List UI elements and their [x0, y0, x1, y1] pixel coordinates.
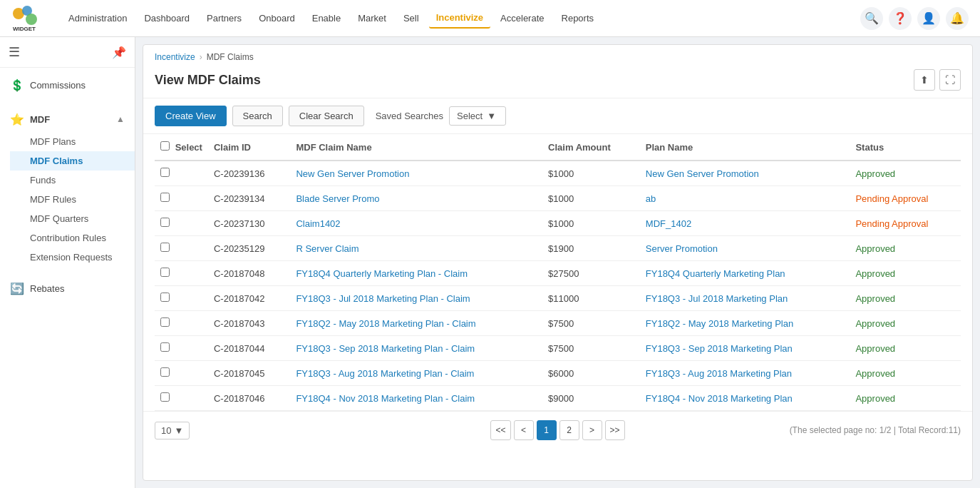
claim-name-link-5[interactable]: FY18Q3 - Jul 2018 Marketing Plan - Claim [296, 293, 470, 304]
row-claim-name-5: FY18Q3 - Jul 2018 Marketing Plan - Claim [290, 286, 542, 311]
breadcrumb-parent[interactable]: Incentivize [155, 52, 195, 62]
nav-administration[interactable]: Administration [61, 9, 134, 28]
row-plan-name-0: New Gen Server Promotion [640, 161, 850, 186]
row-checkbox-2[interactable] [160, 218, 170, 227]
table-row: C-20237130 Claim1402 $1000 MDF_1402 Pend… [155, 211, 961, 236]
plan-name-link-7[interactable]: FY18Q3 - Sep 2018 Marketing Plan [646, 343, 793, 354]
page-first-button[interactable]: << [490, 420, 510, 440]
row-checkbox-5[interactable] [160, 293, 170, 302]
row-claim-id-7: C-20187044 [208, 336, 290, 361]
nav-partners[interactable]: Partners [200, 9, 249, 28]
plan-name-link-9[interactable]: FY18Q4 - Nov 2018 Marketing Plan [646, 393, 793, 404]
row-select-cell [155, 186, 208, 211]
row-checkbox-4[interactable] [160, 268, 170, 277]
col-plan-name: Plan Name [640, 134, 850, 161]
nav-enable[interactable]: Enable [305, 9, 348, 28]
table-row: C-20187043 FY18Q2 - May 2018 Marketing P… [155, 311, 961, 336]
help-button[interactable]: ❓ [889, 7, 912, 30]
page-prev-button[interactable]: < [514, 420, 534, 440]
notifications-button[interactable]: 🔔 [946, 7, 969, 30]
claim-name-link-9[interactable]: FY18Q4 - Nov 2018 Marketing Plan - Claim [296, 393, 475, 404]
row-checkbox-3[interactable] [160, 243, 170, 252]
sidebar-item-funds[interactable]: Funds [10, 171, 135, 190]
sidebar-item-commissions[interactable]: 💲 Commissions [0, 72, 135, 98]
row-claim-id-3: C-20235129 [208, 236, 290, 261]
nav-accelerate[interactable]: Accelerate [493, 9, 551, 28]
claim-name-link-7[interactable]: FY18Q3 - Sep 2018 Marketing Plan - Claim [296, 343, 475, 354]
nav-dashboard[interactable]: Dashboard [137, 9, 197, 28]
row-checkbox-0[interactable] [160, 168, 170, 177]
row-status-3: Approved [850, 236, 961, 261]
search-button[interactable]: Search [232, 106, 283, 126]
nav-market[interactable]: Market [351, 9, 393, 28]
claim-name-link-0[interactable]: New Gen Server Promotion [296, 168, 409, 179]
breadcrumb-current: MDF Claims [207, 52, 254, 62]
row-claim-id-0: C-20239136 [208, 161, 290, 186]
sidebar-item-mdf[interactable]: ⭐ MDF ▲ [0, 106, 135, 132]
row-checkbox-7[interactable] [160, 342, 170, 352]
sidebar-item-extension-requests[interactable]: Extension Requests [10, 248, 135, 267]
user-button[interactable]: 👤 [917, 7, 940, 30]
saved-searches-select[interactable]: Select ▼ [449, 106, 506, 126]
sidebar-item-mdf-claims[interactable]: MDF Claims [10, 151, 135, 171]
col-status: Status [850, 134, 961, 161]
claim-name-link-3[interactable]: R Server Claim [296, 243, 359, 254]
nav-reports[interactable]: Reports [555, 9, 602, 28]
plan-name-link-5[interactable]: FY18Q3 - Jul 2018 Marketing Plan [646, 293, 788, 304]
nav-sell[interactable]: Sell [396, 9, 426, 28]
select-all-checkbox[interactable] [160, 141, 170, 151]
plan-name-link-4[interactable]: FY18Q4 Quarterly Marketing Plan [646, 268, 785, 279]
sidebar-item-contribution-rules[interactable]: Contribution Rules [10, 228, 135, 248]
page-1-button[interactable]: 1 [537, 420, 557, 440]
col-claim-name: MDF Claim Name [290, 134, 542, 161]
sidebar-item-mdf-plans[interactable]: MDF Plans [10, 132, 135, 151]
row-select-cell [155, 161, 208, 186]
export-button[interactable]: ⬆ [914, 69, 935, 91]
page-size-chevron-icon: ▼ [174, 425, 183, 436]
row-checkbox-6[interactable] [160, 317, 170, 327]
breadcrumb: Incentivize › MDF Claims [143, 45, 972, 65]
sidebar-top-controls: ☰ 📌 [0, 37, 135, 68]
table-header-row: Select Claim ID MDF Claim Name Claim Amo… [155, 134, 961, 161]
sidebar-menu-icon[interactable]: ☰ [9, 44, 20, 60]
mdf-icon: ⭐ [10, 112, 24, 126]
row-plan-name-3: Server Promotion [640, 236, 850, 261]
row-checkbox-8[interactable] [160, 367, 170, 377]
plan-name-link-2[interactable]: MDF_1402 [646, 218, 691, 229]
page-info: (The selected page no: 1/2 | Total Recor… [790, 425, 961, 435]
sidebar-item-mdf-rules[interactable]: MDF Rules [10, 190, 135, 209]
table-row: C-20187044 FY18Q3 - Sep 2018 Marketing P… [155, 336, 961, 361]
plan-name-link-0[interactable]: New Gen Server Promotion [646, 168, 759, 179]
row-claim-name-2: Claim1402 [290, 211, 542, 236]
nav-icons: 🔍 ❓ 👤 🔔 [860, 7, 969, 30]
claim-name-link-4[interactable]: FY18Q4 Quarterly Marketing Plan - Claim [296, 268, 468, 279]
claim-name-link-2[interactable]: Claim1402 [296, 218, 340, 229]
nav-incentivize[interactable]: Incentivize [429, 8, 490, 29]
plan-name-link-8[interactable]: FY18Q3 - Aug 2018 Marketing Plan [646, 368, 792, 379]
claim-name-link-6[interactable]: FY18Q2 - May 2018 Marketing Plan - Claim [296, 318, 475, 329]
claim-name-link-1[interactable]: Blade Server Promo [296, 193, 379, 204]
row-claim-name-0: New Gen Server Promotion [290, 161, 542, 186]
sidebar-item-mdf-quarters[interactable]: MDF Quarters [10, 209, 135, 228]
row-checkbox-9[interactable] [160, 392, 170, 402]
page-2-button[interactable]: 2 [559, 420, 579, 440]
fullscreen-button[interactable]: ⛶ [939, 69, 961, 91]
create-view-button[interactable]: Create View [155, 106, 227, 126]
plan-name-link-3[interactable]: Server Promotion [646, 243, 718, 254]
page-size-select[interactable]: 10 ▼ [155, 422, 190, 439]
search-button[interactable]: 🔍 [860, 7, 883, 30]
page-last-button[interactable]: >> [605, 420, 625, 440]
sidebar-item-rebates[interactable]: 🔄 Rebates [0, 275, 135, 301]
row-amount-7: $7500 [542, 336, 640, 361]
clear-search-button[interactable]: Clear Search [289, 106, 364, 126]
plan-name-link-6[interactable]: FY18Q2 - May 2018 Marketing Plan [646, 318, 793, 329]
plan-name-link-1[interactable]: ab [646, 193, 656, 204]
page-next-button[interactable]: > [582, 420, 602, 440]
sidebar-pin-icon[interactable]: 📌 [112, 46, 126, 59]
commissions-icon: 💲 [10, 78, 24, 92]
claim-name-link-8[interactable]: FY18Q3 - Aug 2018 Marketing Plan - Claim [296, 368, 474, 379]
nav-onboard[interactable]: Onboard [252, 9, 302, 28]
row-claim-name-8: FY18Q3 - Aug 2018 Marketing Plan - Claim [290, 361, 542, 386]
row-checkbox-1[interactable] [160, 193, 170, 202]
row-plan-name-8: FY18Q3 - Aug 2018 Marketing Plan [640, 361, 850, 386]
